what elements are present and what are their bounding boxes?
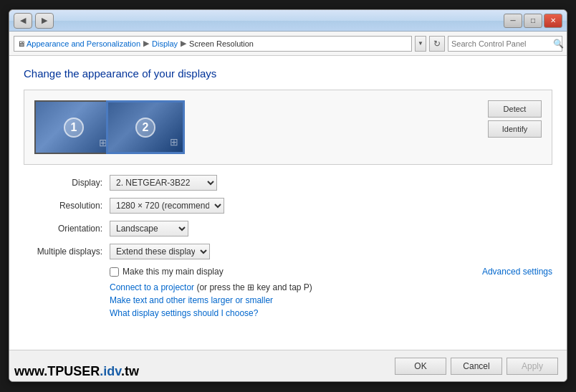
monitor-2-icon: ⊞ bbox=[170, 136, 178, 148]
detect-button[interactable]: Detect bbox=[488, 100, 542, 118]
breadcrumb-sep-1: ▶ bbox=[143, 39, 149, 48]
main-display-label[interactable]: Make this my main display bbox=[123, 267, 224, 277]
search-icon[interactable]: 🔍 bbox=[553, 39, 564, 49]
watermark-suffix: .tw bbox=[121, 364, 139, 378]
watermark-prefix: www.TPUSER bbox=[14, 364, 100, 378]
multiple-displays-label: Multiple displays: bbox=[24, 247, 110, 257]
maximize-button[interactable]: □ bbox=[524, 14, 542, 28]
address-bar: 🖥 Appearance and Personalization ▶ Displ… bbox=[9, 32, 567, 56]
search-input[interactable] bbox=[451, 39, 550, 48]
resolution-row: Resolution: 1280 × 720 (recommended) bbox=[24, 198, 552, 214]
breadcrumb-current: Screen Resolution bbox=[189, 39, 254, 48]
checkbox-row: Make this my main display Advanced setti… bbox=[110, 267, 552, 277]
projector-link-text: (or press the ⊞ key and tap P) bbox=[196, 282, 312, 292]
watermark-highlight: .idv bbox=[100, 364, 121, 378]
apply-button[interactable]: Apply bbox=[507, 358, 558, 375]
detect-identify-buttons: Detect Identify bbox=[488, 100, 542, 138]
breadcrumb-sep-2: ▶ bbox=[181, 39, 186, 48]
minimize-button[interactable]: ─ bbox=[504, 14, 522, 28]
orientation-row: Orientation: Landscape bbox=[24, 221, 552, 236]
multiple-displays-row: Multiple displays: Extend these displays bbox=[24, 244, 552, 259]
ok-button[interactable]: OK bbox=[395, 358, 446, 375]
address-icon: 🖥 bbox=[17, 39, 25, 48]
display-preview-area: 1 ⊞ 2 ⊞ Detect Identify bbox=[24, 90, 552, 165]
link-item-text-size: Make text and other items larger or smal… bbox=[110, 295, 552, 305]
advanced-settings-link[interactable]: Advanced settings bbox=[482, 267, 552, 277]
orientation-control: Landscape bbox=[110, 221, 188, 236]
close-button[interactable]: ✕ bbox=[544, 14, 562, 28]
breadcrumb-display[interactable]: Display bbox=[152, 39, 178, 48]
monitor-2[interactable]: 2 ⊞ bbox=[106, 100, 185, 154]
refresh-button[interactable]: ↻ bbox=[429, 36, 445, 52]
orientation-label: Orientation: bbox=[24, 224, 110, 234]
checkbox-left: Make this my main display bbox=[110, 267, 224, 277]
resolution-label: Resolution: bbox=[24, 201, 110, 211]
display-row: Display: 2. NETGEAR-3B22 bbox=[24, 175, 552, 191]
page-title: Change the appearance of your displays bbox=[24, 67, 552, 80]
title-bar-left: ◀ ▶ bbox=[14, 13, 54, 29]
link-item-projector: Connect to a projector (or press the ⊞ k… bbox=[110, 282, 552, 292]
address-dropdown-button[interactable]: ▼ bbox=[415, 36, 426, 52]
display-select[interactable]: 2. NETGEAR-3B22 bbox=[110, 175, 217, 191]
monitor-2-number: 2 bbox=[135, 118, 155, 138]
multiple-displays-select[interactable]: Extend these displays bbox=[110, 244, 210, 259]
text-size-link[interactable]: Make text and other items larger or smal… bbox=[110, 295, 273, 305]
display-control: 2. NETGEAR-3B22 bbox=[110, 175, 217, 191]
display-label: Display: bbox=[24, 178, 110, 188]
resolution-select[interactable]: 1280 × 720 (recommended) bbox=[110, 198, 224, 214]
monitor-1[interactable]: 1 ⊞ bbox=[34, 100, 113, 154]
title-controls: ─ □ ✕ bbox=[504, 14, 562, 28]
links-section: Connect to a projector (or press the ⊞ k… bbox=[110, 282, 552, 318]
back-button[interactable]: ◀ bbox=[14, 13, 32, 29]
main-content: Change the appearance of your displays 1… bbox=[9, 56, 567, 350]
breadcrumb-appearance[interactable]: Appearance and Personalization bbox=[27, 39, 140, 48]
main-window: ◀ ▶ ─ □ ✕ 🖥 Appearance and Personalizati… bbox=[9, 9, 567, 382]
main-display-checkbox[interactable] bbox=[110, 267, 119, 277]
address-field[interactable]: 🖥 Appearance and Personalization ▶ Displ… bbox=[14, 36, 412, 52]
title-bar: ◀ ▶ ─ □ ✕ bbox=[9, 10, 567, 32]
identify-button[interactable]: Identify bbox=[488, 120, 542, 138]
resolution-control: 1280 × 720 (recommended) bbox=[110, 198, 224, 214]
display-settings-link[interactable]: What display settings should I choose? bbox=[110, 308, 258, 318]
monitors-container: 1 ⊞ 2 ⊞ bbox=[34, 100, 185, 154]
cancel-button[interactable]: Cancel bbox=[451, 358, 502, 375]
search-field: 🔍 bbox=[448, 36, 562, 52]
connect-projector-link[interactable]: Connect to a projector bbox=[110, 282, 194, 292]
multiple-displays-control: Extend these displays bbox=[110, 244, 210, 259]
watermark: www.TPUSER.idv.tw bbox=[14, 364, 139, 379]
forward-button[interactable]: ▶ bbox=[35, 13, 54, 29]
monitor-1-number: 1 bbox=[64, 118, 84, 138]
link-item-display-settings: What display settings should I choose? bbox=[110, 308, 552, 318]
orientation-select[interactable]: Landscape bbox=[110, 221, 188, 236]
